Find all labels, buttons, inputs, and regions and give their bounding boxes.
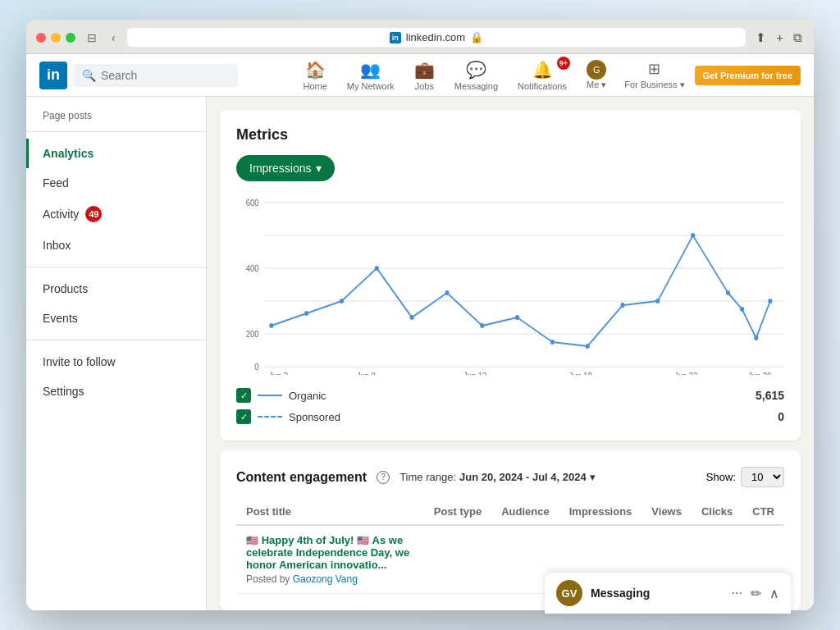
nav-me-label: Me ▾ [587,80,606,90]
sidebar-item-feed[interactable]: Feed [26,168,206,198]
notifications-icon: 🔔 [532,60,553,80]
nav-item-jobs[interactable]: 💼 Jobs [406,57,443,94]
messaging-more-button[interactable]: ··· [732,586,742,601]
search-icon: 🔍 [82,69,96,82]
back-button[interactable]: ‹ [108,30,119,46]
sidebar-item-analytics[interactable]: Analytics [26,139,206,168]
svg-text:400: 400 [246,263,259,273]
sidebar: Page posts Analytics Feed Activity 49 In… [26,97,207,610]
post-author-link[interactable]: Gaozong Vang [293,573,358,585]
sponsored-value: 0 [778,410,784,423]
legend-organic-left: ✓ Organic [236,388,326,403]
svg-text:200: 200 [246,329,259,339]
share-button[interactable]: ⬆ [754,29,768,47]
metrics-card: Metrics Impressions ▾ [220,110,801,441]
copy-button[interactable]: ⧉ [792,29,804,47]
post-subtitle: Posted by Gaozong Vang [246,573,414,585]
sidebar-toggle-button[interactable]: ⊟ [84,30,100,46]
col-post-type: Post type [424,499,492,525]
maximize-button[interactable] [66,33,75,43]
linkedin-logo[interactable]: in [39,62,67,89]
organic-label: Organic [289,390,326,402]
nav-for-business-label: For Business ▾ [624,80,684,90]
sponsored-line-icon [258,416,282,418]
show-control: Show: 10 25 50 [706,467,784,487]
sponsored-label: Sponsored [289,411,340,423]
sidebar-item-inbox[interactable]: Inbox [26,231,206,260]
svg-point-14 [410,315,414,320]
nav-item-home[interactable]: 🏠 Home [294,57,335,94]
new-tab-button[interactable]: + [774,29,785,47]
organic-value: 5,615 [756,389,784,402]
lock-icon: 🔒 [470,31,483,43]
col-impressions: Impressions [559,499,642,525]
nav-item-notifications[interactable]: 🔔 9+ Notifications [509,57,575,94]
grid-icon: ⊞ [648,60,660,78]
nav-item-my-network[interactable]: 👥 My Network [339,57,403,94]
dropdown-chevron-icon: ▾ [316,162,322,175]
svg-text:Jun 28: Jun 28 [748,371,772,375]
help-icon[interactable]: ? [377,471,390,484]
messaging-icon: 💬 [466,60,486,80]
svg-text:Jun 18: Jun 18 [569,371,593,375]
show-select[interactable]: 10 25 50 [741,467,784,487]
chart-legend: ✓ Organic 5,615 ✓ Sponsored 0 [236,388,784,424]
messaging-collapse-button[interactable]: ∧ [769,586,779,601]
svg-point-25 [754,336,758,340]
svg-point-19 [586,344,590,349]
sidebar-item-settings[interactable]: Settings [26,377,206,406]
nav-item-messaging[interactable]: 💬 Messaging [446,57,506,94]
table-header: Post title Post type Audience Impression… [236,499,784,525]
time-range-value[interactable]: Jun 20, 2024 - Jul 4, 2024 [459,471,587,483]
organic-line-icon [258,395,282,396]
svg-point-24 [740,307,744,312]
impressions-dropdown-button[interactable]: Impressions ▾ [236,155,335,181]
col-ctr: CTR [742,499,784,525]
svg-point-12 [340,299,344,304]
nav-network-label: My Network [347,81,395,91]
engagement-header: Content engagement ? Time range: Jun 20,… [236,467,784,487]
messaging-actions: ··· ✏ ∧ [732,586,779,601]
messaging-compose-button[interactable]: ✏ [751,586,761,601]
nav-item-for-business[interactable]: ⊞ For Business ▾ [618,57,691,94]
messaging-widget: GV Messaging ··· ✏ ∧ [545,573,791,610]
nav-item-me[interactable]: G Me ▾ [578,57,614,94]
close-button[interactable] [36,33,46,43]
metrics-chart: 600 400 200 0 [236,194,784,375]
svg-text:0: 0 [254,362,259,372]
get-premium-button[interactable]: Get Premium for free [695,66,801,85]
post-title-text: 🇺🇸 Happy 4th of July! 🇺🇸 As we celebrate… [246,534,414,571]
minimize-button[interactable] [51,33,61,43]
svg-point-21 [655,299,660,304]
svg-point-20 [620,303,624,308]
col-post-title: Post title [236,499,424,525]
post-title-link[interactable]: Happy 4th of July! [262,534,357,546]
activity-badge: 49 [85,206,102,222]
top-navigation: in 🔍 🏠 Home 👥 My Network 💼 Jobs 💬 Messag… [26,54,814,97]
chart-svg: 600 400 200 0 [236,194,784,375]
engagement-title: Content engagement [236,470,367,485]
svg-point-26 [768,299,772,304]
svg-text:Jun 13: Jun 13 [463,371,487,375]
sidebar-item-events[interactable]: Events [26,304,206,333]
traffic-lights [36,33,75,43]
sidebar-item-products[interactable]: Products [26,274,206,304]
messaging-avatar-initials: GV [562,587,578,600]
sidebar-item-invite-to-follow[interactable]: Invite to follow [26,347,206,377]
sponsored-checkbox[interactable]: ✓ [236,409,251,424]
organic-checkbox[interactable]: ✓ [236,388,251,403]
svg-text:Jun 3: Jun 3 [269,371,288,375]
svg-text:Jun 23: Jun 23 [674,371,698,375]
metrics-title: Metrics [236,126,784,144]
sidebar-divider-1 [26,131,206,132]
search-bar[interactable]: 🔍 [74,64,238,87]
post-title-cell: 🇺🇸 Happy 4th of July! 🇺🇸 As we celebrate… [236,525,424,594]
sidebar-item-activity[interactable]: Activity 49 [26,198,206,231]
col-audience: Audience [491,499,559,525]
notification-badge: 9+ [557,57,570,70]
show-label: Show: [706,471,736,483]
search-input[interactable] [101,69,216,82]
sidebar-section-header: Page posts [26,103,206,125]
address-bar[interactable]: in linkedin.com 🔒 [127,28,746,47]
time-range-label: Time range: [399,471,456,483]
